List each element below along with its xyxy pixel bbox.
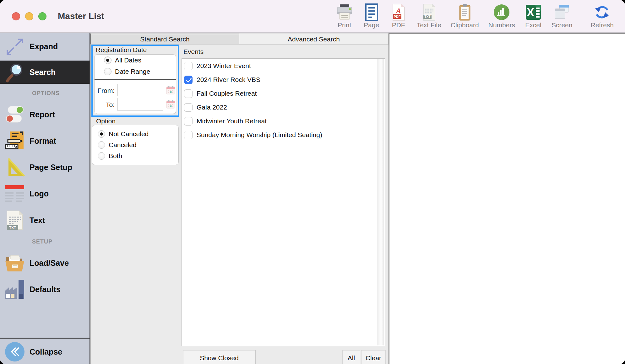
txt-file-icon: TXT — [420, 3, 438, 21]
minimize-window-button[interactable] — [25, 12, 33, 20]
expand-arrows-icon — [4, 37, 25, 56]
numbers-label: Numbers — [488, 21, 515, 29]
sidebar-item-logo[interactable]: Logo — [0, 180, 90, 207]
canceled-label: Canceled — [109, 141, 137, 149]
event-row[interactable]: Gala 2022 — [182, 100, 385, 114]
sidebar-section-options: OPTIONS — [32, 90, 60, 97]
sidebar-item-label: Logo — [30, 189, 49, 198]
sidebar-item-collapse[interactable]: Collapse — [0, 340, 90, 364]
events-list: 2023 Winter Event 2024 River Rock VBS Fa… — [182, 58, 385, 346]
screen-label: Screen — [552, 21, 573, 29]
tab-standard-search[interactable]: Standard Search — [90, 34, 239, 44]
not-canceled-label: Not Canceled — [109, 130, 149, 138]
from-date-input[interactable] — [117, 84, 163, 96]
clipboard-icon — [456, 3, 474, 21]
pdf-file-icon: A PDF — [390, 3, 407, 21]
tab-bar: Standard Search Advanced Search — [90, 33, 389, 45]
event-checkbox[interactable] — [184, 62, 193, 70]
event-row[interactable]: Midwinter Youth Retreat — [182, 114, 385, 128]
tab-advanced-search[interactable]: Advanced Search — [239, 34, 389, 44]
page-button[interactable]: Page — [363, 3, 380, 29]
event-row[interactable]: 2024 River Rock VBS — [182, 73, 385, 87]
clipboard-label: Clipboard — [451, 21, 479, 29]
sidebar-item-text[interactable]: TXT Text — [0, 207, 90, 233]
sidebar-item-label: Format — [30, 136, 56, 146]
excel-button[interactable]: X Excel — [524, 3, 542, 29]
date-range-radio[interactable] — [104, 68, 111, 75]
show-closed-button[interactable]: Show Closed — [183, 350, 255, 364]
collapse-circle-icon — [4, 342, 25, 362]
screen-windows-icon — [553, 3, 571, 21]
sidebar-item-defaults[interactable]: Defaults — [0, 276, 90, 302]
sidebar-item-expand[interactable]: Expand — [0, 33, 90, 61]
print-button[interactable]: Print — [336, 3, 353, 29]
clipboard-button[interactable]: Clipboard — [451, 3, 479, 29]
app-window: Master List Print — [0, 0, 625, 364]
event-checkbox[interactable] — [184, 117, 193, 126]
from-calendar-icon[interactable] — [166, 85, 176, 95]
svg-text:X: X — [527, 6, 534, 19]
numbers-chart-icon — [493, 3, 510, 21]
sidebar-item-format[interactable]: Format — [0, 128, 90, 154]
excel-icon: X — [524, 3, 542, 21]
from-label: From: — [95, 87, 115, 94]
pdf-label: PDF — [392, 21, 405, 29]
sidebar-item-report[interactable]: Report — [0, 101, 90, 128]
event-checkbox[interactable] — [184, 89, 193, 98]
event-label: Sunday Morning Worship (Limited Seating) — [197, 131, 322, 139]
event-checkbox[interactable] — [184, 131, 193, 139]
registration-date-label: Registration Date — [96, 46, 147, 54]
both-option[interactable]: Both — [98, 152, 122, 160]
all-dates-option[interactable]: All Dates — [104, 56, 141, 64]
logo-block-icon — [4, 185, 25, 203]
refresh-label: Refresh — [590, 21, 614, 29]
event-checkbox[interactable] — [184, 103, 193, 112]
excel-label: Excel — [525, 21, 541, 29]
numbers-button[interactable]: Numbers — [488, 3, 515, 29]
screen-button[interactable]: Screen — [552, 3, 573, 29]
search-content: Standard Search Advanced Search Registra… — [90, 33, 389, 364]
text-file-button[interactable]: TXT Text File — [417, 3, 441, 29]
svg-text:PDF: PDF — [394, 15, 400, 19]
event-checkbox[interactable] — [184, 76, 193, 84]
clear-selection-button[interactable]: Clear — [361, 350, 386, 364]
sidebar-divider — [0, 338, 90, 339]
canceled-radio[interactable] — [98, 141, 105, 149]
events-scrollbar[interactable] — [377, 59, 384, 345]
both-radio[interactable] — [98, 152, 105, 160]
all-dates-radio[interactable] — [104, 56, 111, 64]
zoom-window-button[interactable] — [38, 12, 46, 20]
sidebar-item-label: Page Setup — [30, 163, 72, 172]
to-date-input[interactable] — [117, 98, 163, 110]
open-folder-icon — [4, 254, 25, 272]
event-row[interactable]: Sunday Morning Worship (Limited Seating) — [182, 128, 385, 142]
event-label: Midwinter Youth Retreat — [197, 117, 267, 125]
sidebar-item-load-save[interactable]: Load/Save — [0, 250, 90, 276]
event-row[interactable]: 2023 Winter Event — [182, 59, 385, 73]
date-range-option[interactable]: Date Range — [104, 68, 150, 75]
sidebar-item-search[interactable]: Search — [0, 61, 90, 84]
refresh-arrows-icon — [593, 3, 611, 21]
sidebar-item-label: Report — [30, 110, 55, 119]
sidebar-item-label: Load/Save — [30, 259, 69, 268]
event-label: Gala 2022 — [197, 104, 227, 111]
registration-date-box: All Dates Date Range From: — [94, 54, 176, 114]
close-window-button[interactable] — [12, 12, 20, 20]
select-all-button[interactable]: All — [342, 350, 360, 364]
preview-pane — [389, 33, 625, 364]
canceled-option[interactable]: Canceled — [98, 141, 137, 149]
event-label: 2023 Winter Event — [197, 62, 251, 70]
txt-doc-icon: TXT — [4, 210, 25, 230]
refresh-button[interactable]: Refresh — [590, 3, 614, 29]
sidebar-section-setup: SETUP — [32, 238, 52, 245]
option-box: Not Canceled Canceled Both — [92, 125, 179, 165]
events-label: Events — [183, 48, 204, 56]
to-calendar-icon[interactable] — [166, 99, 176, 109]
to-label: To: — [95, 101, 115, 109]
event-label: Fall Couples Retreat — [197, 90, 257, 97]
not-canceled-option[interactable]: Not Canceled — [98, 130, 149, 138]
sidebar-item-page-setup[interactable]: Page Setup — [0, 154, 90, 180]
not-canceled-radio[interactable] — [98, 130, 105, 138]
event-row[interactable]: Fall Couples Retreat — [182, 87, 385, 100]
pdf-button[interactable]: A PDF PDF — [390, 3, 407, 29]
